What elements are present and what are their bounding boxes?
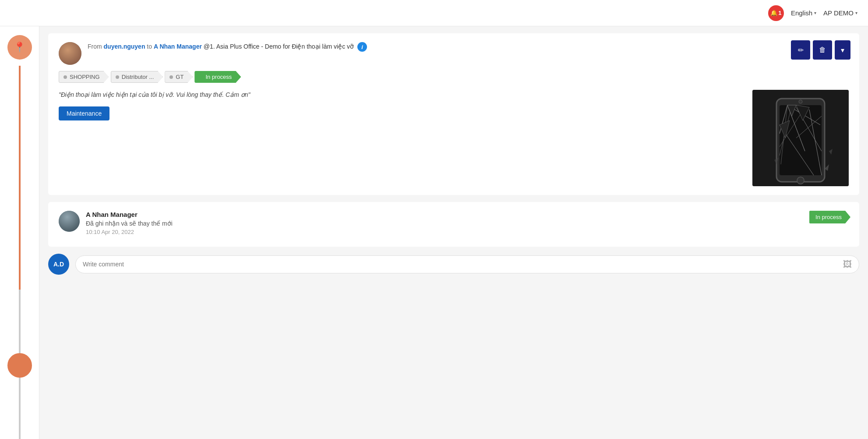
content-area: ✏ 🗑 ▾ From duyen.nguyen [39, 26, 868, 439]
reply-header: A Nhan Manager Đã ghi nhận và sẽ thay th… [59, 211, 849, 235]
step-badge-distributor[interactable]: Distributor ... [111, 71, 163, 83]
comment-row: A.D 🖼 [48, 254, 859, 275]
language-chevron: ▾ [814, 11, 816, 15]
pipeline-step-shopping: SHOPPING [59, 71, 109, 83]
post-avatar [59, 42, 81, 65]
pipeline-step-distributor: Distributor ... [111, 71, 163, 83]
to-label: to [147, 43, 152, 50]
comment-avatar: A.D [48, 254, 69, 275]
post-text-area: "Điện thoại làm việc hiện tại của tôi bị… [59, 90, 744, 120]
delete-icon: 🗑 [819, 46, 826, 54]
broken-phone-svg [752, 90, 849, 186]
reply-avatar-image [59, 211, 80, 232]
post-location: @1. Asia Plus Office - Demo for Điện tho… [204, 43, 354, 50]
post-image [752, 90, 849, 186]
avatar-image [59, 42, 81, 65]
bell-icon: 🔔 [770, 10, 777, 16]
from-username[interactable]: duyen.nguyen [104, 43, 145, 50]
reply-author: A Nhan Manager [86, 211, 173, 218]
reply-card: In process A Nhan Manager Đã ghi nhận và… [48, 202, 859, 247]
dropdown-icon: ▾ [841, 46, 844, 54]
timeline-line [19, 66, 21, 439]
svg-point-16 [797, 177, 804, 184]
main-layout: 📍 ✏ 🗑 ▾ [0, 26, 868, 439]
step-label: SHOPPING [70, 74, 100, 80]
sidebar-bottom-avatar[interactable] [7, 353, 32, 378]
step-badge-shopping[interactable]: SHOPPING [59, 71, 109, 83]
navbar: 🔔 1 English ▾ AP DEMO ▾ [0, 0, 868, 26]
to-manager[interactable]: A Nhan Manager [154, 43, 202, 50]
edit-icon: ✏ [798, 46, 804, 54]
reply-avatar [59, 211, 80, 232]
step-label: Distributor ... [122, 74, 154, 80]
sidebar-avatar[interactable]: 📍 [7, 35, 32, 60]
reply-time: 10:10 Apr 20, 2022 [86, 229, 173, 235]
pipeline-step-inprocess: In process [194, 71, 241, 83]
language-label: English [791, 9, 812, 17]
image-upload-icon[interactable]: 🖼 [843, 259, 852, 269]
post-quote: "Điện thoại làm việc hiện tại của tôi bị… [59, 90, 744, 99]
edit-button[interactable]: ✏ [791, 40, 810, 60]
step-label-active: In process [205, 74, 232, 80]
delete-button[interactable]: 🗑 [813, 40, 832, 60]
post-header: From duyen.nguyen to A Nhan Manager @1. … [59, 42, 849, 65]
step-dot [64, 75, 67, 79]
svg-point-17 [799, 100, 802, 103]
dropdown-button[interactable]: ▾ [835, 40, 850, 60]
in-process-badge: In process [809, 211, 850, 223]
status-pipeline: SHOPPING Distributor ... GT [59, 71, 849, 83]
step-badge-gt[interactable]: GT [165, 71, 193, 83]
pipeline-step-gt: GT [165, 71, 193, 83]
from-label: From [88, 43, 102, 50]
post-card: ✏ 🗑 ▾ From duyen.nguyen [48, 33, 859, 195]
step-badge-inprocess[interactable]: In process [194, 71, 241, 83]
reply-text: Đã ghi nhận và sẽ thay thế mới [86, 220, 173, 227]
maintenance-button[interactable]: Maintenance [59, 106, 109, 120]
comment-input[interactable] [83, 261, 839, 268]
comment-initials: A.D [53, 261, 64, 268]
location-icon: 📍 [14, 42, 25, 53]
step-dot-green [199, 75, 203, 79]
step-label: GT [176, 74, 183, 80]
post-body: "Điện thoại làm việc hiện tại của tôi bị… [59, 90, 849, 186]
step-dot [116, 75, 119, 79]
sidebar: 📍 [0, 26, 39, 439]
notification-count: 1 [778, 10, 781, 16]
user-menu[interactable]: AP DEMO ▾ [823, 9, 857, 17]
post-actions: ✏ 🗑 ▾ [791, 40, 850, 60]
post-meta: From duyen.nguyen to A Nhan Manager @1. … [88, 42, 849, 52]
language-selector[interactable]: English ▾ [791, 9, 816, 17]
reply-info: A Nhan Manager Đã ghi nhận và sẽ thay th… [86, 211, 173, 235]
user-chevron: ▾ [855, 11, 857, 15]
comment-input-wrapper: 🖼 [75, 255, 859, 273]
step-dot [169, 75, 173, 79]
info-icon[interactable]: i [357, 42, 367, 52]
user-label: AP DEMO [823, 9, 854, 17]
notification-bell[interactable]: 🔔 1 [768, 5, 784, 21]
